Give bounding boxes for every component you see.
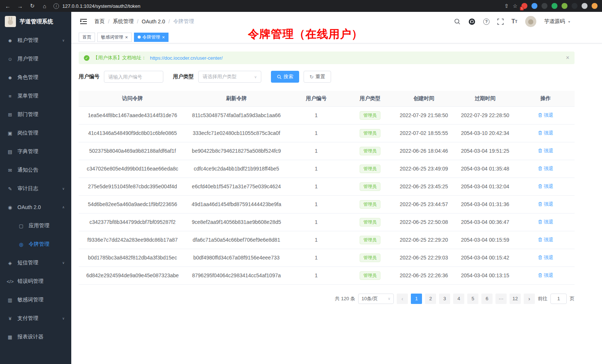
page-button-12[interactable]: 12 xyxy=(510,294,521,304)
user-avatar[interactable] xyxy=(525,16,536,27)
font-size-icon[interactable]: TT xyxy=(511,18,517,25)
sidebar-item-errorcode[interactable]: </>错误码管理 xyxy=(0,272,71,291)
tab-0[interactable]: 首页 xyxy=(79,33,95,42)
site-info-icon[interactable]: i xyxy=(53,3,59,9)
sensitive-word-icon: ▥ xyxy=(7,297,13,303)
breadcrumb-item-0[interactable]: 首页 xyxy=(94,18,105,25)
force-logout-button[interactable]: 强退 xyxy=(538,112,553,119)
reset-button[interactable]: ↻ 重置 xyxy=(304,71,331,83)
sidebar-item-dept[interactable]: ⊞部门管理 xyxy=(0,105,71,124)
sidebar-item-oauth[interactable]: ◉OAuth 2.0∧ xyxy=(0,198,71,216)
page-more-button[interactable]: ··· xyxy=(495,294,507,304)
app-window-icon: ▢ xyxy=(18,223,24,229)
url-text[interactable]: 127.0.0.1:1024/system/oauth2/token xyxy=(62,3,140,9)
caret-down-icon[interactable]: ▾ xyxy=(568,20,570,24)
sidebar-item-post[interactable]: ▣岗位管理 xyxy=(0,124,71,142)
fullscreen-icon[interactable] xyxy=(497,19,504,25)
split-view-icon[interactable] xyxy=(582,3,588,9)
sidebar-item-sensitive[interactable]: ▥敏感词管理 xyxy=(0,291,71,309)
force-logout-button[interactable]: 强退 xyxy=(538,219,553,225)
extension-icon-lime[interactable] xyxy=(562,3,567,9)
refresh-token-cell: 811c530487574fa0af1a59d3abc1aa66 xyxy=(186,106,287,124)
banner-text: 【用户体系】文档地址： xyxy=(93,54,146,61)
next-page-button[interactable]: › xyxy=(524,294,535,304)
sidebar-item-role[interactable]: ☻角色管理 xyxy=(0,68,71,87)
topbar: 首页/系统管理/OAuth 2.0/令牌管理 ? TT 芋道源码 xyxy=(71,12,602,31)
goto-page-input[interactable] xyxy=(550,294,567,304)
user-name[interactable]: 芋道源码 xyxy=(544,18,565,25)
breadcrumb: 首页/系统管理/OAuth 2.0/令牌管理 xyxy=(94,18,194,25)
extension-icon-black[interactable] xyxy=(572,3,578,9)
tab-close-icon[interactable]: × xyxy=(162,35,165,40)
share-icon[interactable]: ⇧ xyxy=(504,3,509,9)
page-button-6[interactable]: 6 xyxy=(481,294,493,304)
home-icon[interactable]: ⌂ xyxy=(41,3,48,9)
access-token-cell: 41c41346a548490f9dc8b01c6bfe0865 xyxy=(79,124,186,142)
github-icon[interactable] xyxy=(468,18,475,25)
banner-doc-link[interactable]: https://doc.iocoder.cn/user-center/ xyxy=(150,55,223,61)
page-button-4[interactable]: 4 xyxy=(453,294,464,304)
sidebar-item-oauth-token[interactable]: ◎令牌管理 xyxy=(0,235,71,254)
extension-icon-green[interactable] xyxy=(552,3,557,9)
user-id-input[interactable] xyxy=(104,71,163,83)
banner-close-icon[interactable]: × xyxy=(566,54,569,61)
pay-yen-icon: ¥ xyxy=(7,316,13,321)
sidebar-collapse-icon[interactable] xyxy=(80,19,87,24)
page-button-1[interactable]: 1 xyxy=(411,294,422,304)
page-button-2[interactable]: 2 xyxy=(425,294,436,304)
help-icon[interactable]: ? xyxy=(483,19,490,25)
sidebar-item-label: 令牌管理 xyxy=(29,241,49,248)
force-logout-button[interactable]: 强退 xyxy=(538,272,553,279)
search-icon[interactable] xyxy=(454,18,461,25)
table-row: 275e5de9151045fe87cbdc395e004f4de6cfd40e… xyxy=(79,178,575,195)
breadcrumb-item-1[interactable]: 系统管理 xyxy=(113,18,134,25)
search-button-label: 搜索 xyxy=(284,73,293,80)
force-logout-button[interactable]: 强退 xyxy=(538,254,553,261)
sidebar-item-report[interactable]: ▦报表设计器 xyxy=(0,328,71,346)
extension-icon-blue[interactable] xyxy=(531,3,537,9)
tab-2[interactable]: 令牌管理× xyxy=(134,33,169,42)
sidebar-item-audit[interactable]: ✎审计日志∨ xyxy=(0,179,71,198)
sidebar-item-tenant[interactable]: ☻租户管理∨ xyxy=(0,31,71,50)
sidebar-item-sms[interactable]: ◈短信管理∨ xyxy=(0,254,71,272)
page-button-3[interactable]: 3 xyxy=(439,294,450,304)
sidebar-item-user[interactable]: ☺用户管理 xyxy=(0,50,71,68)
error-code-icon: </> xyxy=(7,279,13,284)
profile-avatar[interactable] xyxy=(592,3,598,9)
extension-icon-red-badge[interactable]: 1 xyxy=(521,3,527,9)
bookmark-star-icon[interactable]: ☆ xyxy=(513,3,517,9)
force-logout-button[interactable]: 强退 xyxy=(538,148,553,154)
user-type-tag: 管理员 xyxy=(360,165,380,173)
prev-page-button[interactable]: ‹ xyxy=(397,294,408,304)
forward-icon[interactable]: → xyxy=(17,3,23,9)
user-type-select[interactable]: 请选择用户类型 ∨ xyxy=(198,71,261,83)
back-icon[interactable]: ← xyxy=(4,3,11,9)
user-type-tag: 管理员 xyxy=(360,218,380,226)
sidebar-item-oauth-app[interactable]: ▢应用管理 xyxy=(0,216,71,235)
force-logout-button[interactable]: 强退 xyxy=(538,183,553,190)
breadcrumb-item-2[interactable]: OAuth 2.0 xyxy=(142,19,165,24)
sidebar-item-dict[interactable]: ▤字典管理 xyxy=(0,142,71,161)
reload-icon[interactable]: ↻ xyxy=(29,3,36,9)
font-size-small-glyph: T xyxy=(515,20,517,24)
user-type-cell: 管理员 xyxy=(346,231,394,249)
force-logout-button[interactable]: 强退 xyxy=(538,130,553,136)
refresh-token-cell: be90422b8c7946218275a508bf524fc9 xyxy=(186,142,287,160)
page-button-5[interactable]: 5 xyxy=(467,294,478,304)
user-type-cell: 管理员 xyxy=(346,178,394,195)
sidebar-item-notice[interactable]: ✉通知公告 xyxy=(0,161,71,179)
tab-1[interactable]: 敏感词管理× xyxy=(97,33,132,42)
search-button[interactable]: 搜索 xyxy=(271,71,299,83)
expire-time-cell: 2054-03-10 20:42:34 xyxy=(454,124,517,142)
sidebar-item-menu[interactable]: ≡菜单管理 xyxy=(0,87,71,105)
breadcrumb-separator: / xyxy=(169,19,170,24)
user-type-cell: 管理员 xyxy=(346,106,394,124)
force-logout-button[interactable]: 强退 xyxy=(538,165,553,172)
force-logout-button[interactable]: 强退 xyxy=(538,236,553,243)
url-bar[interactable]: i 127.0.0.1:1024/system/oauth2/token xyxy=(53,3,499,9)
page-size-select[interactable]: 10条/页 ∨ xyxy=(358,294,394,304)
tab-close-icon[interactable]: × xyxy=(125,35,128,40)
sidebar-item-pay[interactable]: ¥支付管理∨ xyxy=(0,309,71,328)
extension-icon-dark[interactable] xyxy=(542,3,547,9)
force-logout-button[interactable]: 强退 xyxy=(538,201,553,208)
